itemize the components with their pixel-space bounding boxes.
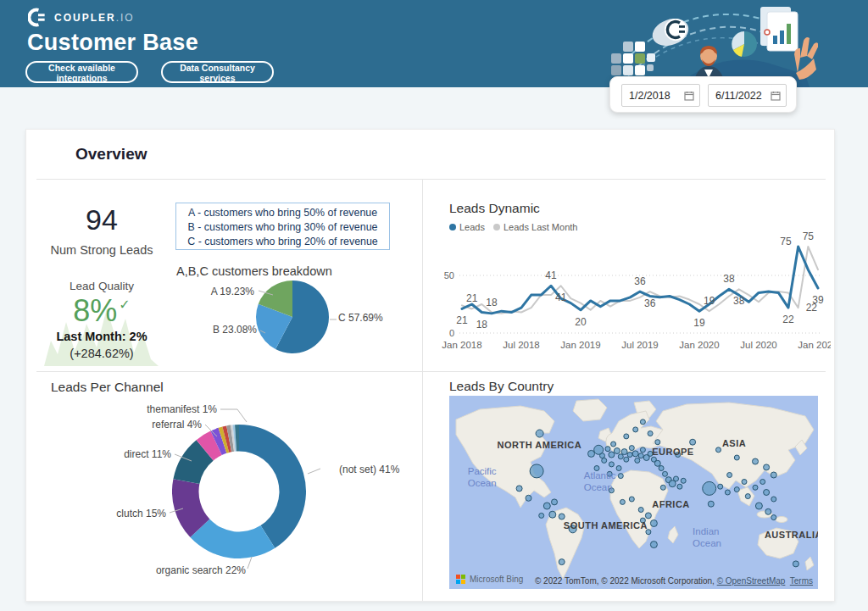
data-label: 41 [555, 292, 567, 303]
data-label: 38 [733, 295, 745, 307]
lead-quality-last-month: Last Month: 2% [34, 330, 170, 343]
data-label: 36 [644, 297, 656, 309]
openstreetmap-link[interactable]: © OpenStreetMap [717, 576, 786, 586]
start-date-value: 1/2/2018 [629, 90, 670, 102]
page-title: Customer Base [27, 30, 198, 56]
coupler-logo-icon [28, 8, 47, 27]
map-bubble [708, 501, 714, 507]
leads-dynamic-chart: 050Jan 2018Jul 2018Jan 2019Jul 2019Jan 2… [441, 195, 831, 352]
map-bubble [793, 561, 798, 567]
map-bubble [659, 466, 664, 471]
donut-label-organic-search: organic search 22% [127, 564, 246, 576]
map-bubble [663, 471, 668, 476]
data-label: 18 [476, 319, 488, 330]
x-axis-label: Jul 2019 [621, 340, 658, 350]
brand-name: COUPLER.IO [54, 12, 135, 24]
map-bubble [703, 481, 716, 495]
end-date-value: 6/11/2022 [715, 90, 762, 102]
data-label: 39 [812, 294, 824, 306]
microsoft-logo-icon [456, 575, 465, 584]
map-bubble [674, 476, 679, 481]
data-label: 21 [466, 292, 478, 304]
calendar-icon[interactable] [684, 91, 694, 101]
divider [422, 179, 423, 601]
map-label-indian-ocean: Indian Ocean [693, 525, 721, 549]
brand: COUPLER.IO [28, 8, 135, 27]
divider [36, 371, 826, 372]
data-consultancy-button[interactable]: Data Consultancy services [161, 61, 274, 83]
abc-legend-line: C - customers who bring 20% of revenue [176, 235, 389, 249]
provider-name: Microsoft Bing [470, 575, 523, 584]
map-bubble [764, 464, 770, 470]
map-bubble [640, 419, 645, 425]
map-bubble [629, 446, 634, 451]
header-illustration [598, 2, 818, 87]
dashboard: COUPLER.IO Customer Base Check available… [0, 0, 868, 611]
map-bubble [753, 485, 758, 490]
map-bubble [727, 473, 732, 478]
map-label-europe: EUROPE [652, 447, 693, 457]
map-bubble [588, 450, 595, 457]
pie-label-b: B 23.08% [164, 324, 257, 336]
map-bubble [609, 452, 615, 458]
leads-by-country-title: Leads By Country [449, 379, 554, 394]
data-label: 75 [780, 236, 792, 247]
end-date-input[interactable]: 6/11/2022 [708, 84, 787, 107]
lead-quality-title: Lead Quality [49, 280, 154, 292]
map-bubble [624, 434, 629, 439]
map-bubble [655, 440, 660, 445]
data-label: 19 [704, 295, 715, 307]
map-bubble [516, 486, 522, 492]
check-integrations-button[interactable]: Check available integrations [25, 61, 138, 83]
mosaic-squares [611, 42, 655, 75]
map-bubble [635, 458, 640, 463]
map-label-south-america: SOUTH AMERICA [564, 520, 648, 530]
x-axis-label: Jan 2021 [798, 340, 831, 350]
calendar-icon[interactable] [771, 91, 781, 101]
map-bubble [718, 484, 723, 489]
pie-label-c: C 57.69% [338, 312, 383, 324]
copyright-text: © 2022 TomTom, © 2022 Microsoft Corporat… [535, 576, 715, 586]
map-bubble [559, 559, 565, 565]
world-map: NORTH AMERICA EUROPE ASIA AFRICA SOUTH A… [449, 396, 818, 589]
map-label-atlantic-ocean: Atlantic Ocean [584, 469, 616, 493]
donut-label-direct: direct 11% [85, 448, 171, 460]
map-bubble [611, 442, 616, 447]
map-bubble [629, 497, 634, 502]
map-bubble [742, 480, 747, 485]
map-bubble [640, 447, 645, 453]
map-bubble [650, 542, 657, 548]
map-bubble [645, 513, 651, 519]
map-label-africa: AFRICA [652, 499, 690, 509]
map-bubble [633, 427, 638, 432]
map-bubble [648, 431, 653, 436]
map-bubble [650, 520, 657, 527]
date-range-card: 1/2/2018 6/11/2022 [609, 76, 797, 113]
data-label: 38 [723, 273, 735, 285]
map-bubble [539, 513, 544, 518]
map-bubble [638, 508, 643, 513]
lead-quality-change: (+284.62%) [34, 347, 170, 360]
map-bubble [660, 485, 665, 490]
map-bubble [602, 458, 607, 463]
donut-label-clutch: clutch 15% [85, 508, 166, 519]
map-bubble [690, 439, 696, 445]
map-bubble [621, 449, 627, 455]
start-date-input[interactable]: 1/2/2018 [621, 84, 700, 107]
map-bubble [530, 464, 543, 478]
map-bubbles [449, 396, 818, 589]
map-bubble [616, 466, 621, 471]
map-copyright: © 2022 TomTom, © 2022 Microsoft Corporat… [535, 576, 813, 586]
divider [36, 179, 826, 180]
map-bubble [618, 454, 623, 459]
data-label: 75 [803, 231, 815, 242]
donut-label-not-set: (not set) 41% [339, 464, 399, 475]
pie-illustration-icon [732, 31, 757, 57]
data-label: 21 [456, 314, 468, 326]
donut-label-themanifest: themanifest 1% [102, 403, 217, 415]
map-bubble [620, 499, 625, 504]
map-bubble [771, 472, 776, 478]
map-bubble [725, 490, 730, 495]
terms-link[interactable]: Terms [790, 576, 813, 586]
map-bubble [552, 499, 558, 505]
